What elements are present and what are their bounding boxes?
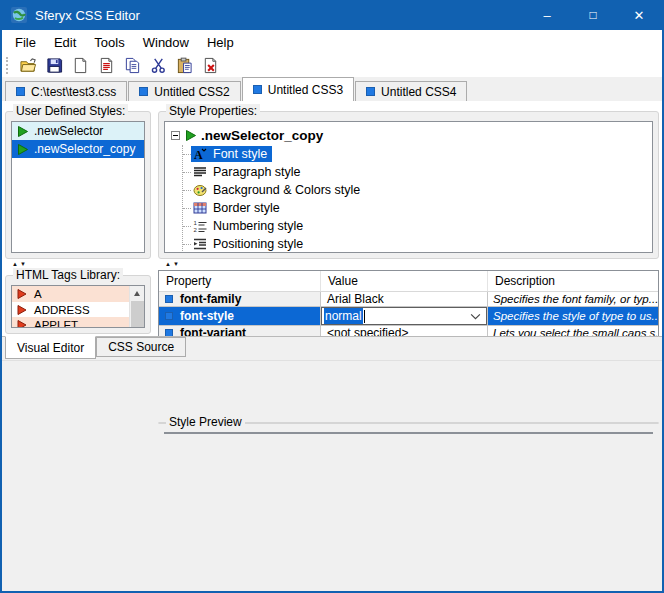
- user-defined-styles-list: .newSelector.newSelector_copy: [11, 121, 145, 253]
- tree-node-label: Numbering style: [213, 219, 303, 233]
- left-splitter[interactable]: ▲▼: [5, 259, 151, 268]
- right-splitter[interactable]: ▲▼: [158, 259, 659, 268]
- html-tags-library-panel: AADDRESSAPPLETAREABBASEBASEFONTBIGBLOCKQ…: [11, 285, 145, 328]
- menu-edit[interactable]: Edit: [45, 32, 85, 53]
- close-document-button[interactable]: [197, 55, 223, 76]
- property-bullet-icon: [165, 295, 173, 303]
- tag-label: ADDRESS: [34, 304, 90, 316]
- tree-node-inner[interactable]: Paragraph style: [191, 164, 306, 180]
- value-cell[interactable]: Arial Black: [321, 292, 488, 306]
- value-cell[interactable]: normal: [321, 307, 488, 325]
- toolbar-drag-handle[interactable]: [6, 57, 10, 74]
- save-file-button[interactable]: [41, 55, 67, 76]
- chevron-down-icon[interactable]: [470, 309, 481, 323]
- paste-button[interactable]: [171, 55, 197, 76]
- tag-list-item[interactable]: A: [12, 286, 129, 302]
- menu-file[interactable]: File: [6, 32, 45, 53]
- description-cell: Specifies the style of type to us...: [488, 307, 658, 325]
- tree-node-label: Border style: [213, 201, 280, 215]
- collapse-icon[interactable]: [171, 131, 180, 140]
- maximize-button[interactable]: □: [570, 0, 616, 30]
- table-row[interactable]: font-stylenormalSpecifies the style of t…: [159, 307, 658, 326]
- mode-tab-visual-editor[interactable]: Visual Editor: [5, 336, 96, 359]
- tags-scrollbar[interactable]: [129, 286, 144, 327]
- document-icon: [139, 87, 148, 96]
- delete-document-icon: [202, 57, 219, 74]
- app-icon: [11, 7, 27, 23]
- open-folder-icon: [20, 57, 37, 74]
- document-tab[interactable]: Untitled CSS2: [128, 81, 240, 101]
- cut-button[interactable]: [145, 55, 171, 76]
- tree-node-inner[interactable]: Background & Colors style: [191, 182, 365, 198]
- property-cell[interactable]: font-style: [159, 307, 321, 325]
- value-combobox[interactable]: normal: [321, 307, 487, 325]
- menu-window[interactable]: Window: [134, 32, 198, 53]
- tree-node-label: Background & Colors style: [213, 183, 360, 197]
- property-name: font-style: [180, 309, 234, 323]
- paragraph-style-icon: [193, 165, 207, 179]
- tag-label: A: [34, 288, 42, 300]
- open-file-button[interactable]: [15, 55, 41, 76]
- window-controls: – □ ✕: [524, 0, 662, 30]
- numbering-style-icon: 12: [193, 219, 207, 233]
- editor-mode-tab-bar: Visual EditorCSS Source: [2, 336, 662, 360]
- css-source-button[interactable]: [93, 55, 119, 76]
- menu-help[interactable]: Help: [198, 32, 243, 53]
- style-list-item[interactable]: .newSelector_copy: [12, 140, 144, 158]
- left-panel: User Defined Styles: .newSelector.newSel…: [5, 104, 151, 334]
- header-description: Description: [488, 271, 658, 291]
- tree-node-inner[interactable]: AFont style: [191, 146, 272, 162]
- document-tab[interactable]: Untitled CSS3: [242, 77, 354, 101]
- main-area: User Defined Styles: .newSelector.newSel…: [2, 101, 662, 336]
- minimize-button[interactable]: –: [524, 0, 570, 30]
- tree-node[interactable]: Border style: [183, 199, 652, 217]
- tree-root-label: .newSelector_copy: [201, 128, 323, 143]
- tree-node-inner[interactable]: Border style: [191, 200, 285, 216]
- document-icon: [366, 87, 375, 96]
- close-button[interactable]: ✕: [616, 0, 662, 30]
- document-tab[interactable]: Untitled CSS4: [355, 81, 467, 101]
- menu-tools[interactable]: Tools: [85, 32, 133, 53]
- tag-list-item[interactable]: APPLET: [12, 317, 129, 327]
- title-bar[interactable]: Sferyx CSS Editor – □ ✕: [2, 0, 662, 30]
- style-properties-group: Style Properties: .newSelector_copy AFon…: [158, 111, 659, 259]
- document-tab-label: Untitled CSS2: [154, 85, 229, 99]
- style-preview-panel: AaBbCcDdEeFf GgHhIiJjKkLlMmNn...: [164, 432, 653, 434]
- tree-node[interactable]: AFont style: [183, 145, 652, 163]
- tree-root-row[interactable]: .newSelector_copy: [171, 126, 652, 145]
- property-table-header: Property Value Description: [159, 271, 658, 292]
- tree-node[interactable]: Background & Colors style: [183, 181, 652, 199]
- tree-node[interactable]: Positioning style: [183, 235, 652, 253]
- splitter-arrows-icon[interactable]: ▲▼: [12, 261, 28, 267]
- document-tab-label: Untitled CSS3: [268, 83, 343, 97]
- mode-tab-css-source[interactable]: CSS Source: [96, 337, 186, 357]
- style-list-item[interactable]: .newSelector: [12, 122, 144, 140]
- style-properties-title: Style Properties:: [166, 104, 260, 118]
- svg-text:1: 1: [194, 220, 198, 226]
- menu-bar: FileEditToolsWindowHelp: [2, 30, 662, 54]
- tree-node[interactable]: Paragraph style: [183, 163, 652, 181]
- svg-text:2: 2: [194, 227, 198, 233]
- selector-arrow-icon: [185, 130, 196, 141]
- tree-node[interactable]: 12Numbering style: [183, 217, 652, 235]
- scroll-up-icon[interactable]: [134, 286, 140, 301]
- style-preview-group: Style Preview AaBbCcDdEeFf GgHhIiJjKkLlM…: [158, 422, 659, 424]
- toolbar: [2, 54, 662, 77]
- copy-button[interactable]: [119, 55, 145, 76]
- new-document-button[interactable]: [67, 55, 93, 76]
- html-tags-library-title: HTML Tags Library:: [13, 268, 123, 282]
- scissors-icon: [150, 57, 167, 74]
- property-cell[interactable]: font-family: [159, 292, 321, 306]
- tag-list-item[interactable]: ADDRESS: [12, 302, 129, 318]
- document-tab-bar: C:\test\test3.cssUntitled CSS2Untitled C…: [2, 77, 662, 101]
- header-property: Property: [159, 271, 321, 291]
- scrollbar-thumb[interactable]: [131, 301, 144, 328]
- table-row[interactable]: font-familyArial BlackSpecifies the font…: [159, 292, 658, 307]
- tree-node-inner[interactable]: Positioning style: [191, 236, 308, 252]
- document-tab[interactable]: C:\test\test3.css: [5, 81, 127, 101]
- vertical-splitter[interactable]: [151, 104, 158, 334]
- tree-node-inner[interactable]: 12Numbering style: [191, 218, 308, 234]
- splitter-arrows-icon[interactable]: ▲▼: [165, 261, 181, 267]
- tree-node-label: Paragraph style: [213, 165, 301, 179]
- status-bar: [2, 360, 662, 591]
